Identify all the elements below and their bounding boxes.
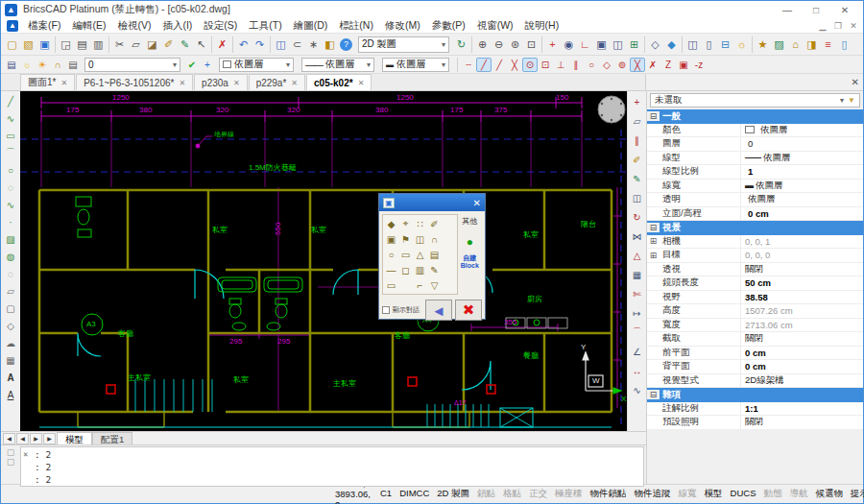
linetype-dropdown[interactable]: —— 依圖層 ▾ bbox=[301, 58, 374, 72]
save-icon[interactable]: ▣ bbox=[36, 36, 53, 53]
expand-icon[interactable]: ⊞ bbox=[647, 236, 660, 246]
options-icon[interactable]: ◧ bbox=[322, 36, 338, 53]
status-toggle[interactable]: 鎖點 bbox=[477, 488, 495, 500]
layer-lock-icon[interactable]: ∩ bbox=[50, 58, 65, 72]
named-views-icon[interactable]: ◫ bbox=[610, 36, 626, 53]
print-icon[interactable]: ▤ bbox=[74, 36, 90, 53]
status-toggle[interactable]: C1 bbox=[380, 488, 392, 500]
document-tab[interactable]: p229a* ✕ bbox=[249, 74, 305, 90]
text-icon[interactable]: A bbox=[2, 369, 19, 386]
undo-icon[interactable]: ↶ bbox=[232, 36, 252, 53]
circle-tool-icon[interactable]: ○ bbox=[384, 247, 398, 262]
help-icon[interactable]: ? bbox=[338, 36, 354, 53]
filter-icon[interactable]: ▼ bbox=[848, 96, 855, 105]
property-value[interactable]: —— 依圖層 bbox=[741, 152, 863, 165]
status-toggle[interactable]: 導航 bbox=[790, 488, 808, 500]
dialog-close-icon[interactable]: ✕ bbox=[473, 198, 481, 208]
ellipse-icon[interactable]: ◌ bbox=[2, 179, 19, 196]
delete-icon[interactable]: ✗ bbox=[211, 36, 230, 53]
frame-tool-icon[interactable]: ▥ bbox=[413, 262, 427, 277]
snap-intersection-icon[interactable]: ╳ bbox=[630, 58, 645, 72]
property-value[interactable]: 0, 0, 0 bbox=[741, 249, 863, 262]
property-value[interactable]: 依圖層 bbox=[741, 193, 863, 206]
property-value[interactable]: 關閉 bbox=[741, 332, 863, 346]
menu-item[interactable]: 編輯(E) bbox=[66, 19, 111, 33]
table-icon[interactable]: ▦ bbox=[2, 351, 19, 369]
green-ball-icon[interactable]: ● bbox=[467, 235, 473, 249]
new-sheet-icon[interactable]: ▯ bbox=[701, 36, 717, 53]
status-toggle[interactable]: 物件追蹤 bbox=[635, 488, 671, 500]
tab-close-icon[interactable]: ✕ bbox=[60, 79, 67, 87]
mdi-close-icon[interactable]: ✕ bbox=[846, 21, 861, 31]
dash-tool-icon[interactable]: — bbox=[384, 262, 398, 277]
vase-tool-icon[interactable]: ▽ bbox=[427, 277, 442, 293]
dialog-title-bar[interactable]: ▣ ✕ bbox=[379, 194, 485, 211]
property-value[interactable]: 0, 0, 1 bbox=[741, 235, 863, 249]
polygon-tool-icon[interactable]: ◆ bbox=[384, 216, 398, 231]
layer-states-check-icon[interactable]: ✔ bbox=[184, 58, 200, 72]
fillet-icon[interactable]: ⌒ bbox=[629, 323, 646, 342]
pedit-icon[interactable]: ∿ bbox=[629, 380, 646, 399]
zoom-extents-icon[interactable]: ⊛ bbox=[507, 36, 523, 53]
layer-print-icon[interactable]: ▤ bbox=[65, 58, 81, 72]
camera-icon[interactable]: ▣ bbox=[593, 36, 610, 53]
property-value[interactable]: 關閉 bbox=[741, 416, 863, 429]
drawing-explorer-icon[interactable]: ◫ bbox=[270, 36, 289, 53]
zoom-out-icon[interactable]: ⊖ bbox=[491, 36, 507, 53]
scale-icon[interactable]: △ bbox=[629, 246, 646, 265]
region-icon[interactable]: ▱ bbox=[2, 282, 19, 300]
mdi-minimize-icon[interactable]: ▁ bbox=[815, 21, 830, 31]
maximize-button[interactable]: □ bbox=[802, 5, 830, 15]
document-tab[interactable]: c05-k02* ✕ bbox=[306, 74, 372, 90]
tile-window-icon[interactable]: ▢ bbox=[7, 457, 15, 467]
snap-nearest-icon[interactable]: ╳ bbox=[507, 58, 522, 72]
command-input[interactable]: ✕ : 2 : 2 : 2 bbox=[20, 446, 644, 487]
camera-block-icon[interactable]: ▭ bbox=[398, 247, 413, 262]
stretch-icon[interactable]: ↔ bbox=[629, 361, 646, 380]
status-toggle[interactable]: 正交 bbox=[529, 488, 547, 500]
panel-tool-icon[interactable]: ◻ bbox=[398, 262, 413, 277]
menu-item[interactable]: 插入(I) bbox=[156, 19, 198, 33]
property-value[interactable]: 1507.26 cm bbox=[741, 304, 863, 318]
line-icon[interactable]: ╱ bbox=[2, 92, 19, 109]
tile-windows-icon[interactable]: ◫ bbox=[682, 36, 701, 53]
lineweight-dropdown[interactable]: ▬ 依圖層 ▾ bbox=[382, 58, 449, 72]
realtime-view-icon[interactable]: ◉ bbox=[561, 36, 577, 53]
snap-midpoint-icon[interactable]: ╱ bbox=[492, 58, 507, 72]
copy-icon[interactable]: ▱ bbox=[128, 36, 144, 53]
rotate-icon[interactable]: ↻ bbox=[629, 207, 646, 227]
property-value[interactable]: 2D線架構 bbox=[741, 374, 863, 388]
snap-perpendicular-icon[interactable]: ⊥ bbox=[553, 58, 568, 72]
match-properties-icon[interactable]: ✎ bbox=[177, 36, 193, 53]
status-toggle[interactable]: 模型 bbox=[705, 488, 723, 500]
mtext-icon[interactable]: A bbox=[2, 386, 19, 403]
menu-item[interactable]: 檔案(F) bbox=[22, 19, 66, 33]
model-tab[interactable]: 模型 bbox=[57, 432, 92, 444]
settings-icon[interactable]: ∗ bbox=[305, 36, 322, 53]
tab-close-icon[interactable]: ✕ bbox=[179, 79, 185, 87]
menu-item[interactable]: 修改(M) bbox=[379, 19, 426, 33]
status-toggle[interactable]: 提示 bbox=[851, 488, 864, 500]
gradient-icon[interactable]: ◍ bbox=[2, 248, 19, 265]
selection-dropdown[interactable]: 未選取 ▾ ▼ bbox=[650, 93, 860, 108]
minimize-button[interactable]: — bbox=[773, 5, 802, 15]
menu-item[interactable]: 說明(H) bbox=[519, 19, 565, 33]
status-toggle[interactable]: DUCS bbox=[731, 488, 756, 500]
open-file-icon[interactable]: ▧ bbox=[20, 36, 36, 53]
section-header-misc[interactable]: ⊟ 雜項 bbox=[647, 388, 863, 402]
hatch-icon[interactable]: ▨ bbox=[2, 230, 19, 248]
publish-icon[interactable]: ▥ bbox=[90, 36, 107, 53]
zoom-window-icon[interactable]: ⊡ bbox=[523, 36, 540, 53]
window-block-icon[interactable]: ▣ bbox=[384, 231, 398, 247]
first-layout-icon[interactable]: ◀ bbox=[3, 433, 15, 444]
status-toggle[interactable]: 格點 bbox=[503, 488, 521, 500]
snap-quadrant-icon[interactable]: ◇ bbox=[599, 58, 614, 72]
arc-tool-icon[interactable]: ∩ bbox=[427, 231, 442, 247]
render-icon[interactable]: ◆ bbox=[663, 36, 680, 53]
panel-close-icon[interactable]: ✕ bbox=[852, 77, 859, 87]
menu-item[interactable]: 設定(S) bbox=[198, 19, 243, 33]
property-value[interactable]: 0 cm bbox=[741, 360, 863, 373]
tab-close-icon[interactable]: ✕ bbox=[358, 79, 365, 87]
print-preview-icon[interactable]: ◲ bbox=[55, 36, 74, 53]
collapse-icon[interactable]: ⊟ bbox=[647, 111, 660, 121]
